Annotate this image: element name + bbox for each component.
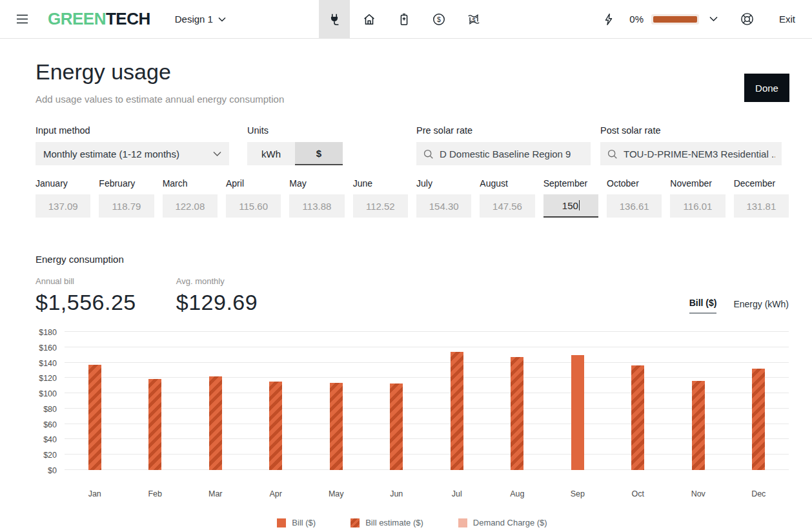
topbar: GREENTECH Design 1 — [0, 0, 812, 39]
pre-solar-rate-group: Pre solar rate D Domestic Baseline Regio… — [416, 125, 591, 165]
done-button[interactable]: Done — [744, 74, 789, 102]
month-col: March122.08 — [163, 178, 218, 218]
month-label: October — [607, 178, 662, 189]
progress-bar[interactable] — [651, 14, 699, 25]
input-method-label: Input method — [36, 125, 229, 136]
annual-bill-stat: Annual bill $1,556.25 — [36, 276, 136, 315]
stats-row: Annual bill $1,556.25 Avg. monthly $129.… — [36, 276, 789, 315]
bar-slot — [306, 332, 367, 470]
month-input-may[interactable]: 113.88 — [289, 194, 344, 218]
x-axis-tick: Mar — [185, 489, 246, 498]
units-label: Units — [247, 125, 343, 136]
battery-icon — [397, 12, 411, 26]
units-toggle: kWh $ — [247, 142, 343, 165]
month-col: May113.88 — [289, 178, 344, 218]
month-col: July154.30 — [416, 178, 471, 218]
design-selector[interactable]: Design 1 — [175, 14, 226, 25]
tab-bill[interactable]: Bill ($) — [689, 298, 717, 314]
avg-monthly-stat: Avg. monthly $129.69 — [176, 276, 258, 315]
bar-mar — [209, 376, 222, 470]
progress-percent: 0% — [629, 14, 644, 25]
input-method-value: Monthly estimate (1-12 months) — [43, 148, 213, 159]
month-label: January — [36, 178, 90, 189]
y-axis-tick: $140 — [39, 359, 57, 368]
pricing-tool[interactable]: $ — [423, 0, 454, 39]
greentech-logo: GREENTECH — [48, 9, 150, 29]
logo-tech: TECH — [106, 9, 150, 28]
month-input-january[interactable]: 137.09 — [36, 194, 90, 218]
pre-solar-rate-input[interactable]: D Domestic Baseline Region 9 — [416, 142, 591, 165]
y-axis-tick: $60 — [43, 420, 57, 429]
chevron-down-icon — [213, 151, 221, 157]
logo-green: GREEN — [48, 9, 106, 28]
month-label: September — [543, 178, 598, 189]
month-input-october[interactable]: 136.61 — [607, 194, 662, 218]
units-option-kwh[interactable]: kWh — [247, 142, 295, 165]
annual-bill-label: Annual bill — [36, 276, 136, 286]
battery-tool[interactable] — [389, 0, 420, 39]
month-label: July — [416, 178, 471, 189]
rates-tool[interactable]: $ — [458, 0, 489, 39]
units-option-dollar[interactable]: $ — [295, 142, 343, 165]
svg-text:$: $ — [472, 16, 475, 23]
bar-may — [330, 383, 343, 470]
y-axis-tick: $100 — [39, 389, 57, 398]
month-input-july[interactable]: 154.30 — [416, 194, 471, 218]
month-input-february[interactable]: 118.79 — [99, 194, 154, 218]
month-label: March — [163, 178, 218, 189]
y-axis-tick: $20 — [43, 451, 57, 460]
month-input-september[interactable]: 150 — [543, 194, 598, 218]
x-axis-tick: Nov — [668, 489, 729, 498]
x-axis-tick: Feb — [125, 489, 186, 498]
x-axis-tick: Jan — [65, 489, 125, 498]
month-input-august[interactable]: 147.56 — [480, 194, 534, 218]
tab-energy[interactable]: Energy (kWh) — [733, 299, 789, 314]
chevron-down-icon — [218, 17, 226, 22]
progress-chevron-button[interactable] — [709, 16, 718, 22]
search-icon — [607, 148, 618, 159]
energy-consumption-label: Energy consumption — [36, 254, 789, 265]
bar-slot — [729, 332, 789, 470]
input-method-select[interactable]: Monthly estimate (1-12 months) — [36, 142, 229, 165]
units-group: Units kWh $ — [247, 125, 343, 165]
home-tool[interactable] — [354, 0, 385, 39]
usage-form-row: Input method Monthly estimate (1-12 mont… — [36, 125, 789, 165]
dollar-coin-icon: $ — [432, 12, 446, 26]
avg-monthly-value: $129.69 — [176, 290, 258, 315]
month-input-december[interactable]: 131.81 — [734, 194, 789, 218]
bar-slot — [608, 332, 669, 470]
bar-slot — [487, 332, 548, 470]
month-col: January137.09 — [36, 178, 90, 218]
month-input-april[interactable]: 115.60 — [226, 194, 281, 218]
home-icon — [362, 12, 376, 26]
post-solar-rate-value: TOU-D-PRIME-NEM3 Residential ... — [624, 148, 775, 159]
month-col: June112.52 — [353, 178, 408, 218]
months-grid: January137.09February118.79March122.08Ap… — [36, 178, 789, 218]
month-input-november[interactable]: 116.01 — [670, 194, 725, 218]
help-button[interactable] — [740, 12, 755, 26]
bar-slot — [246, 332, 307, 470]
x-axis-tick: Jun — [367, 489, 427, 498]
energy-usage-tool[interactable] — [319, 0, 350, 39]
legend-item: Bill ($) — [277, 518, 316, 527]
month-input-june[interactable]: 112.52 — [353, 194, 408, 218]
page-title: Energy usage — [36, 59, 789, 85]
bar-oct — [631, 365, 644, 470]
design-selector-label: Design 1 — [175, 14, 213, 25]
month-input-march[interactable]: 122.08 — [163, 194, 218, 218]
bar-slot — [547, 332, 608, 470]
exit-button[interactable]: Exit — [779, 14, 795, 25]
month-label: February — [99, 178, 154, 189]
toolbar: $ $ — [317, 0, 491, 39]
annual-bill-value: $1,556.25 — [36, 290, 136, 315]
svg-text:$: $ — [437, 15, 441, 23]
post-solar-rate-input[interactable]: TOU-D-PRIME-NEM3 Residential ... — [600, 142, 782, 165]
menu-button[interactable] — [13, 10, 31, 28]
y-axis-tick: $120 — [39, 374, 57, 383]
bar-slot — [125, 332, 186, 470]
text-caret — [579, 200, 580, 210]
bar-jan — [88, 365, 101, 470]
month-label: August — [480, 178, 534, 189]
x-axis-tick: Jul — [427, 489, 487, 498]
chart-legend: Bill ($)Bill estimate ($)Demand Charge (… — [36, 518, 789, 527]
